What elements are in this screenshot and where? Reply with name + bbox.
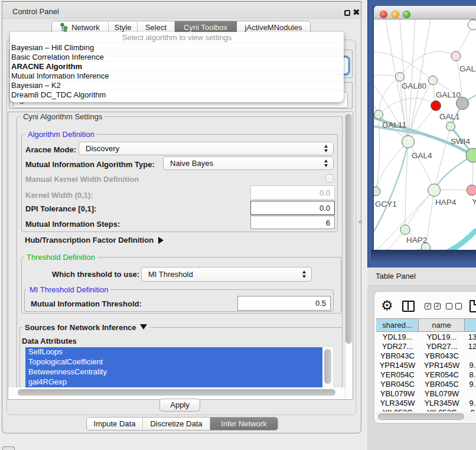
- hub-transcription-section[interactable]: Hub/Transcription Factor Definition: [25, 236, 164, 244]
- dropdown-item[interactable]: Basic Correlation Inference: [10, 52, 344, 61]
- dropdown-item[interactable]: Bayesian – Hill Climbing: [10, 43, 344, 52]
- table-panel-header[interactable]: Table Panel: [367, 268, 476, 286]
- hub-transcription-label: Hub/Transcription Factor Definition: [25, 236, 154, 244]
- table-row[interactable]: YER054CYER054C8.: [376, 370, 476, 379]
- network-edge[interactable]: [374, 247, 426, 250]
- which-threshold-combobox[interactable]: MI Threshold: [141, 267, 312, 282]
- cyni-bottom-tabs: Impute DataDiscretize DataInfer Network: [86, 417, 278, 431]
- network-node-swi4[interactable]: [446, 122, 455, 131]
- network-node-gal1[interactable]: [431, 101, 441, 111]
- network-node-gal11[interactable]: [374, 110, 383, 119]
- table-row[interactable]: YBR043CYBR043C: [376, 351, 476, 360]
- mi-steps-input[interactable]: 6: [250, 216, 335, 229]
- mac-close-button[interactable]: [380, 11, 387, 18]
- bottom-tab-impute-data[interactable]: Impute Data: [87, 418, 143, 430]
- network-edge[interactable]: [434, 155, 473, 190]
- tab-label: Style: [115, 23, 132, 32]
- mi-algorithm-type-value: Naive Bayes: [170, 159, 213, 168]
- aracne-mode-combobox[interactable]: Discovery: [79, 142, 334, 155]
- network-edge[interactable]: [374, 142, 408, 233]
- dropdown-item[interactable]: Mutual Information Inference: [10, 71, 344, 80]
- network-node-gal10[interactable]: [429, 76, 438, 85]
- threshold-definition-title: Threshold Definition: [24, 253, 97, 262]
- splitter-toggle-icon[interactable]: [358, 220, 363, 223]
- tab-label: Select: [145, 23, 167, 32]
- deselect-all-checkbox-icon[interactable]: [446, 303, 452, 309]
- new-table-document-icon[interactable]: [470, 300, 476, 312]
- network-edge[interactable]: [379, 98, 436, 115]
- tab-label: Cyni Toolbox: [184, 23, 227, 32]
- network-edge[interactable]: [376, 142, 408, 191]
- network-node-gal2[interactable]: [451, 51, 461, 61]
- network-node-y[interactable]: [467, 185, 476, 195]
- mac-zoom-button[interactable]: [403, 11, 410, 18]
- mi-threshold-input[interactable]: 0.5: [237, 296, 331, 311]
- sources-title[interactable]: Sources for Network Inference: [22, 323, 149, 332]
- attribute-list-item[interactable]: gal4RGexp: [25, 377, 322, 387]
- table-cell: YDR27...: [376, 341, 419, 351]
- network-node[interactable]: [421, 243, 430, 250]
- mi-algorithm-type-label: Mutual Information Algorithm Type:: [25, 160, 155, 169]
- table-column-header[interactable]: shared...: [376, 319, 419, 331]
- network-node-hap4[interactable]: [428, 184, 441, 197]
- table-hscrollbar-thumb[interactable]: [378, 413, 464, 420]
- network-node[interactable]: [468, 20, 476, 30]
- control-panel-titlebar[interactable]: Control Panel ✖: [2, 2, 361, 19]
- dropdown-item[interactable]: Dream8 DC_TDC Algorithm: [10, 90, 344, 99]
- table-row[interactable]: YBR045CYBR045C9.: [376, 379, 476, 389]
- network-edge[interactable]: [400, 51, 456, 77]
- network-node-gcy1[interactable]: [374, 187, 380, 195]
- dropdown-item[interactable]: ARACNE Algorithm: [10, 61, 344, 71]
- attribute-list-item[interactable]: BetweennessCentrality: [25, 367, 322, 377]
- network-edge[interactable]: [374, 230, 405, 250]
- network-node-hap2[interactable]: [400, 225, 410, 234]
- manual-kernel-width-checkbox[interactable]: [325, 174, 334, 182]
- network-window-titlebar[interactable]: [374, 6, 476, 19]
- dropdown-item[interactable]: Bayesian – K2: [10, 80, 344, 90]
- select-all-checkbox-icon[interactable]: ✓: [425, 303, 431, 309]
- table-header-row: shared...name: [376, 318, 476, 332]
- close-window-icon[interactable]: ✖: [353, 7, 362, 19]
- attribute-list-scrollbar-thumb[interactable]: [324, 349, 331, 384]
- table-column-header[interactable]: [465, 319, 476, 331]
- network-edge[interactable]: [408, 142, 434, 190]
- table-row[interactable]: YDL19...YDL19...13: [376, 332, 476, 341]
- network-edge[interactable]: [434, 126, 451, 190]
- kernel-width-input[interactable]: 0.0: [250, 185, 335, 200]
- network-node[interactable]: [457, 97, 469, 110]
- network-edge[interactable]: [448, 230, 476, 250]
- network-canvas[interactable]: GAL2GAL80GAL10GAL1GAL11SWI4GAL4GCY1HAP4Y…: [374, 19, 476, 250]
- network-graph: GAL2GAL80GAL10GAL1GAL11SWI4GAL4GCY1HAP4Y…: [374, 19, 476, 250]
- network-node[interactable]: [466, 148, 476, 162]
- apply-button[interactable]: Apply: [159, 399, 200, 412]
- collapsed-panel-button[interactable]: [2, 446, 15, 450]
- bottom-tab-discretize-data[interactable]: Discretize Data: [143, 418, 210, 430]
- gear-icon[interactable]: ⚙: [381, 298, 393, 314]
- table-row[interactable]: YPR145WYPR145W9.: [376, 360, 476, 370]
- deselect-all-checkbox-icon[interactable]: [455, 303, 462, 309]
- dpi-tolerance-input[interactable]: 0.0: [250, 201, 335, 215]
- settings-vscrollbar-thumb[interactable]: [345, 113, 352, 344]
- attribute-list-item[interactable]: TopologicalCoefficient: [25, 357, 322, 367]
- network-edge[interactable]: [405, 190, 434, 230]
- table-cell: YPR145W: [419, 360, 465, 370]
- bottom-tab-infer-network[interactable]: Infer Network: [210, 418, 278, 430]
- sources-title-label: Sources for Network Inference: [25, 323, 136, 332]
- table-row[interactable]: YBL079WYBL079W: [376, 389, 476, 398]
- network-node-gal4[interactable]: [402, 136, 415, 148]
- network-edge[interactable]: [379, 77, 400, 115]
- columns-icon[interactable]: [402, 301, 415, 312]
- restore-window-icon[interactable]: [344, 10, 350, 16]
- network-edge[interactable]: [456, 25, 473, 56]
- mi-algorithm-type-combobox[interactable]: Naive Bayes: [163, 156, 334, 170]
- table-row[interactable]: YDR27...YDR27...12: [376, 341, 476, 351]
- network-node-label: GCY1: [375, 200, 397, 208]
- network-node-gal80[interactable]: [396, 73, 405, 81]
- mac-minimize-button[interactable]: [392, 11, 399, 18]
- table-column-header[interactable]: name: [419, 319, 465, 331]
- algorithm-definition-title: Algorithm Definition: [25, 130, 97, 139]
- attribute-list-item[interactable]: SelfLoops: [25, 347, 322, 357]
- select-all-checkbox-icon[interactable]: ✓: [434, 303, 441, 309]
- settings-hscrollbar-thumb[interactable]: [18, 389, 335, 396]
- table-row[interactable]: YLR345WYLR345W9.: [376, 398, 476, 407]
